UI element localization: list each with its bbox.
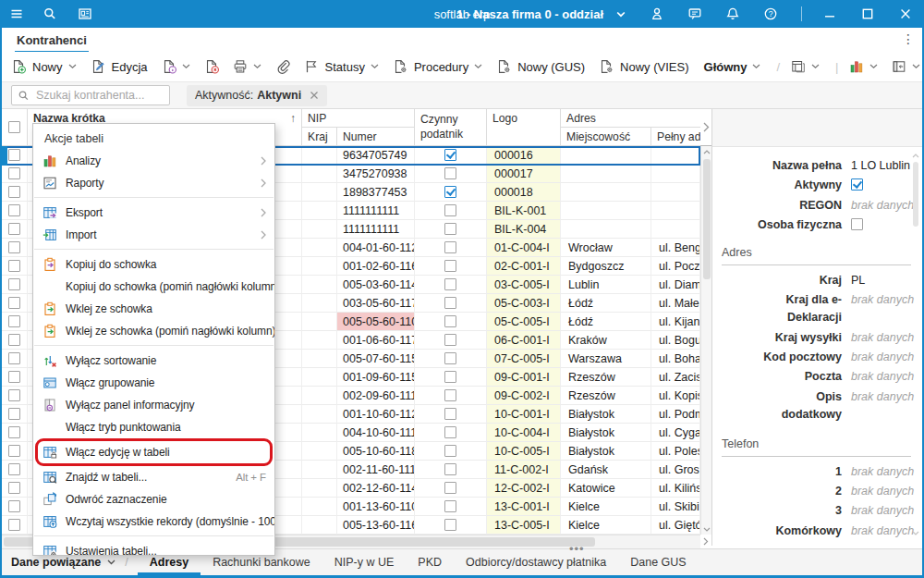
menu-item-włącz-grupowanie[interactable]: Włącz grupowanie [33, 372, 274, 394]
vat-checkbox[interactable] [444, 315, 456, 327]
vat-checkbox[interactable] [444, 352, 456, 364]
menu-item-kopiuj-do-schowka-pomiń-nagłówki-kolumn[interactable]: Kopiuj do schowka (pomiń nagłówki kolumn… [33, 276, 274, 298]
row-checkbox[interactable] [8, 260, 20, 272]
row-checkbox[interactable] [8, 408, 20, 420]
menu-item-wklej-ze-schowka[interactable]: Wklej ze schowka [33, 298, 274, 320]
row-checkbox[interactable] [8, 204, 20, 216]
vat-checkbox[interactable] [444, 278, 456, 290]
new-button[interactable]: Nowy [11, 59, 77, 74]
search-box[interactable] [11, 85, 170, 105]
row-checkbox[interactable] [8, 297, 20, 309]
related-data-dropdown[interactable]: Dane powiązane [11, 556, 116, 569]
new-gus-button[interactable]: Nowy (GUS) [496, 59, 585, 74]
row-checkbox[interactable] [8, 389, 20, 401]
vat-checkbox[interactable] [444, 408, 456, 420]
vat-checkbox[interactable] [444, 260, 456, 272]
row-checkbox[interactable] [8, 519, 20, 531]
menu-item-znajdź-w-tabeli[interactable]: Znajdź w tabeli...Alt + F [33, 466, 274, 488]
panel-scrollbar[interactable] [911, 150, 920, 538]
vat-checkbox[interactable] [444, 204, 456, 216]
row-checkbox[interactable] [8, 371, 20, 383]
minimize-icon[interactable] [822, 6, 837, 21]
row-checkbox[interactable] [8, 241, 20, 253]
panel-scroll-down-icon[interactable] [911, 527, 920, 538]
news-icon[interactable] [78, 6, 92, 21]
panel-checkbox[interactable] [851, 218, 863, 230]
menu-item-wczytaj-wszystkie-rekordy-domyślnie-100[interactable]: Wczytaj wszystkie rekordy (domyślnie - 1… [33, 510, 274, 533]
vat-checkbox[interactable] [444, 445, 456, 457]
menu-item-import[interactable]: Import [33, 224, 274, 246]
column-nav-chevron-right-icon[interactable] [700, 109, 711, 146]
panel-scroll-up-icon[interactable] [911, 150, 920, 161]
menu-item-ustawienia-tabeli[interactable]: Ustawienia tabeli... [33, 540, 274, 556]
card-view-button[interactable] [791, 59, 820, 74]
panel-layout-button[interactable] [892, 59, 920, 74]
row-checkbox[interactable] [8, 426, 20, 438]
edit-button[interactable]: Edycja [91, 59, 148, 74]
info-button[interactable] [162, 59, 190, 74]
row-checkbox[interactable] [8, 500, 20, 512]
row-checkbox[interactable] [8, 334, 20, 346]
col-header-miejscowosc[interactable]: Miejscowość [561, 128, 651, 146]
procedures-button[interactable]: Procedury [393, 59, 482, 74]
menu-item-włącz-tryb-punktowania[interactable]: Włącz tryb punktowania [33, 416, 274, 438]
print-button[interactable] [233, 59, 261, 74]
view-main-button[interactable]: Główny [703, 60, 761, 74]
vat-checkbox[interactable] [444, 389, 456, 401]
new-vies-button[interactable]: Nowy (VIES) [599, 59, 688, 74]
vertical-scrollbar[interactable] [700, 146, 711, 535]
panel-checkbox[interactable] [851, 178, 863, 191]
select-all-checkbox[interactable] [8, 121, 20, 133]
menu-item-kopiuj-do-schowka[interactable]: Kopiuj do schowka [33, 253, 274, 276]
company-selector[interactable]: 1 - Nasza firma 0 - oddział [456, 7, 626, 21]
attachments-button[interactable] [275, 59, 290, 74]
vat-checkbox[interactable] [444, 426, 456, 438]
row-checkbox[interactable] [8, 445, 20, 457]
bottom-tab-pkd[interactable]: PKD [406, 549, 454, 575]
menu-item-eksport[interactable]: Eksport [33, 202, 274, 224]
close-icon[interactable] [310, 91, 319, 100]
user-icon[interactable] [650, 6, 664, 21]
vat-checkbox[interactable] [444, 334, 456, 346]
row-checkbox[interactable] [8, 315, 20, 327]
menu-item-wyłącz-panel-informacyjny[interactable]: Wyłącz panel informacyjny [33, 394, 274, 416]
col-header-kraj[interactable]: Kraj [302, 128, 337, 146]
bottom-tab-odbiorcy-dostawcy-płatnika[interactable]: Odbiorcy/dostawcy płatnika [454, 549, 618, 575]
help-icon[interactable]: ? [763, 6, 778, 21]
tab-kontrahenci[interactable]: Kontrahenci [15, 31, 89, 54]
vat-checkbox[interactable] [444, 167, 456, 179]
row-checkbox[interactable] [8, 149, 20, 161]
vat-checkbox[interactable] [444, 223, 456, 235]
scroll-down-icon[interactable] [701, 523, 711, 535]
col-header-numer[interactable]: Numer [337, 128, 415, 146]
bell-icon[interactable] [725, 6, 740, 21]
row-checkbox[interactable] [8, 278, 20, 290]
menu-item-wyłącz-sortowanie[interactable]: Wyłącz sortowanie [33, 350, 274, 372]
vat-checkbox[interactable] [444, 186, 456, 198]
vat-checkbox[interactable] [444, 297, 456, 309]
menu-item-włącz-edycję-w-tabeli[interactable]: Włącz edycję w tabeli [33, 438, 274, 466]
menu-item-analizy[interactable]: Analizy [33, 150, 274, 172]
hamburger-icon[interactable] [9, 6, 24, 21]
bottom-tab-nip-y-w-ue[interactable]: NIP-y w UE [322, 549, 407, 575]
row-checkbox[interactable] [8, 482, 20, 494]
vat-checkbox[interactable] [444, 241, 456, 253]
row-checkbox[interactable] [8, 352, 20, 364]
vat-checkbox[interactable] [444, 482, 456, 494]
maximize-icon[interactable] [860, 6, 875, 21]
col-header-nip[interactable]: NIP [302, 109, 415, 128]
statuses-button[interactable]: Statusy [304, 59, 379, 74]
search-icon[interactable] [43, 6, 57, 21]
row-checkbox[interactable] [8, 463, 20, 475]
chat-icon[interactable] [687, 6, 702, 21]
row-checkbox[interactable] [8, 186, 20, 198]
bottom-tab-dane-gus[interactable]: Dane GUS [618, 549, 698, 575]
vat-checkbox[interactable] [444, 371, 456, 383]
splitter-grip-icon[interactable]: ••• [569, 542, 585, 556]
scroll-right-chevron-icon[interactable] [700, 535, 711, 548]
vat-checkbox[interactable] [444, 463, 456, 475]
analysis-button[interactable] [849, 59, 878, 74]
col-header-logo[interactable]: Logo [487, 109, 561, 146]
col-header-adres[interactable]: Adres [561, 109, 700, 128]
sort-asc-icon[interactable]: ↑ [290, 112, 296, 125]
